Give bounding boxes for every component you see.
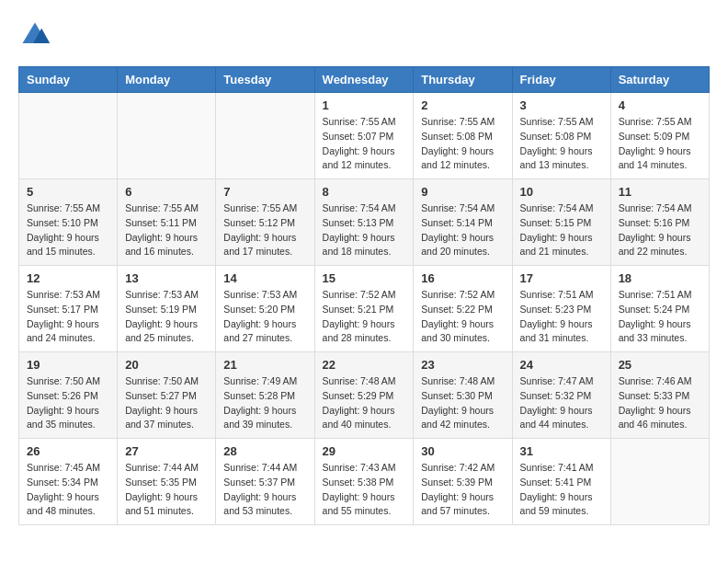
day-number: 4 — [619, 98, 701, 112]
day-info: Sunrise: 7:50 AMSunset: 5:27 PMDaylight:… — [125, 374, 208, 432]
day-info: Sunrise: 7:47 AMSunset: 5:32 PMDaylight:… — [520, 374, 603, 432]
day-number: 27 — [125, 444, 208, 458]
day-info: Sunrise: 7:54 AMSunset: 5:14 PMDaylight:… — [421, 201, 504, 259]
calendar-cell: 21Sunrise: 7:49 AMSunset: 5:28 PMDayligh… — [216, 352, 314, 439]
day-info: Sunrise: 7:44 AMSunset: 5:35 PMDaylight:… — [125, 461, 208, 519]
day-info: Sunrise: 7:53 AMSunset: 5:19 PMDaylight:… — [125, 288, 208, 346]
day-number: 2 — [421, 98, 504, 112]
calendar-cell: 18Sunrise: 7:51 AMSunset: 5:24 PMDayligh… — [610, 266, 709, 352]
day-number: 17 — [520, 271, 603, 285]
day-number: 31 — [520, 444, 603, 458]
calendar-cell: 30Sunrise: 7:42 AMSunset: 5:39 PMDayligh… — [414, 439, 512, 525]
calendar-cell: 29Sunrise: 7:43 AMSunset: 5:38 PMDayligh… — [314, 439, 414, 525]
day-number: 7 — [223, 185, 306, 199]
day-number: 21 — [223, 358, 306, 372]
weekday-header-thursday: Thursday — [414, 67, 512, 93]
page-header — [18, 18, 710, 52]
calendar-cell: 9Sunrise: 7:54 AMSunset: 5:14 PMDaylight… — [414, 179, 512, 266]
calendar-table: SundayMondayTuesdayWednesdayThursdayFrid… — [18, 66, 710, 525]
calendar-cell: 23Sunrise: 7:48 AMSunset: 5:30 PMDayligh… — [414, 352, 512, 439]
calendar-cell: 13Sunrise: 7:53 AMSunset: 5:19 PMDayligh… — [118, 266, 216, 352]
day-info: Sunrise: 7:49 AMSunset: 5:28 PMDaylight:… — [223, 374, 306, 432]
day-number: 25 — [619, 358, 701, 372]
day-number: 3 — [520, 98, 603, 112]
day-info: Sunrise: 7:54 AMSunset: 5:16 PMDaylight:… — [619, 201, 701, 259]
calendar-cell: 2Sunrise: 7:55 AMSunset: 5:08 PMDaylight… — [414, 93, 512, 179]
calendar-cell — [216, 93, 314, 179]
day-number: 11 — [619, 185, 701, 199]
calendar-cell: 25Sunrise: 7:46 AMSunset: 5:33 PMDayligh… — [610, 352, 709, 439]
weekday-header-sunday: Sunday — [19, 67, 118, 93]
calendar-cell: 22Sunrise: 7:48 AMSunset: 5:29 PMDayligh… — [314, 352, 414, 439]
calendar-cell: 20Sunrise: 7:50 AMSunset: 5:27 PMDayligh… — [118, 352, 216, 439]
day-number: 12 — [27, 271, 109, 285]
calendar-week-row: 1Sunrise: 7:55 AMSunset: 5:07 PMDaylight… — [19, 93, 710, 179]
calendar-week-row: 26Sunrise: 7:45 AMSunset: 5:34 PMDayligh… — [19, 439, 710, 525]
calendar-cell: 24Sunrise: 7:47 AMSunset: 5:32 PMDayligh… — [512, 352, 610, 439]
calendar-cell: 5Sunrise: 7:55 AMSunset: 5:10 PMDaylight… — [19, 179, 118, 266]
day-number: 14 — [223, 271, 306, 285]
calendar-cell: 15Sunrise: 7:52 AMSunset: 5:21 PMDayligh… — [314, 266, 414, 352]
day-number: 5 — [27, 185, 109, 199]
calendar-cell: 8Sunrise: 7:54 AMSunset: 5:13 PMDaylight… — [314, 179, 414, 266]
calendar-week-row: 5Sunrise: 7:55 AMSunset: 5:10 PMDaylight… — [19, 179, 710, 266]
day-info: Sunrise: 7:55 AMSunset: 5:08 PMDaylight:… — [520, 115, 603, 173]
calendar-cell: 1Sunrise: 7:55 AMSunset: 5:07 PMDaylight… — [314, 93, 414, 179]
calendar-cell: 14Sunrise: 7:53 AMSunset: 5:20 PMDayligh… — [216, 266, 314, 352]
calendar-header-row: SundayMondayTuesdayWednesdayThursdayFrid… — [19, 67, 710, 93]
day-number: 13 — [125, 271, 208, 285]
day-number: 18 — [619, 271, 701, 285]
day-number: 30 — [421, 444, 504, 458]
calendar-cell — [118, 93, 216, 179]
day-info: Sunrise: 7:48 AMSunset: 5:29 PMDaylight:… — [323, 374, 406, 432]
calendar-cell: 10Sunrise: 7:54 AMSunset: 5:15 PMDayligh… — [512, 179, 610, 266]
calendar-cell: 12Sunrise: 7:53 AMSunset: 5:17 PMDayligh… — [19, 266, 118, 352]
day-number: 20 — [125, 358, 208, 372]
day-info: Sunrise: 7:43 AMSunset: 5:38 PMDaylight:… — [323, 461, 406, 519]
day-number: 10 — [520, 185, 603, 199]
day-number: 16 — [421, 271, 504, 285]
calendar-week-row: 12Sunrise: 7:53 AMSunset: 5:17 PMDayligh… — [19, 266, 710, 352]
day-info: Sunrise: 7:51 AMSunset: 5:24 PMDaylight:… — [619, 288, 701, 346]
day-info: Sunrise: 7:55 AMSunset: 5:10 PMDaylight:… — [27, 201, 109, 259]
day-number: 23 — [421, 358, 504, 372]
weekday-header-saturday: Saturday — [610, 67, 709, 93]
day-info: Sunrise: 7:41 AMSunset: 5:41 PMDaylight:… — [520, 461, 603, 519]
weekday-header-wednesday: Wednesday — [314, 67, 414, 93]
day-info: Sunrise: 7:42 AMSunset: 5:39 PMDaylight:… — [421, 461, 504, 519]
weekday-header-monday: Monday — [118, 67, 216, 93]
calendar-cell: 28Sunrise: 7:44 AMSunset: 5:37 PMDayligh… — [216, 439, 314, 525]
day-number: 29 — [323, 444, 406, 458]
day-number: 8 — [323, 185, 406, 199]
calendar-cell: 4Sunrise: 7:55 AMSunset: 5:09 PMDaylight… — [610, 93, 709, 179]
calendar-cell: 19Sunrise: 7:50 AMSunset: 5:26 PMDayligh… — [19, 352, 118, 439]
day-info: Sunrise: 7:48 AMSunset: 5:30 PMDaylight:… — [421, 374, 504, 432]
day-info: Sunrise: 7:45 AMSunset: 5:34 PMDaylight:… — [27, 461, 109, 519]
calendar-cell: 26Sunrise: 7:45 AMSunset: 5:34 PMDayligh… — [19, 439, 118, 525]
day-info: Sunrise: 7:55 AMSunset: 5:08 PMDaylight:… — [421, 115, 504, 173]
calendar-cell: 6Sunrise: 7:55 AMSunset: 5:11 PMDaylight… — [118, 179, 216, 266]
calendar-cell: 7Sunrise: 7:55 AMSunset: 5:12 PMDaylight… — [216, 179, 314, 266]
day-info: Sunrise: 7:50 AMSunset: 5:26 PMDaylight:… — [27, 374, 109, 432]
day-number: 22 — [323, 358, 406, 372]
day-info: Sunrise: 7:53 AMSunset: 5:20 PMDaylight:… — [223, 288, 306, 346]
day-info: Sunrise: 7:53 AMSunset: 5:17 PMDaylight:… — [27, 288, 109, 346]
logo-icon — [18, 18, 51, 52]
day-info: Sunrise: 7:55 AMSunset: 5:07 PMDaylight:… — [323, 115, 406, 173]
calendar-cell: 27Sunrise: 7:44 AMSunset: 5:35 PMDayligh… — [118, 439, 216, 525]
weekday-header-friday: Friday — [512, 67, 610, 93]
calendar-cell: 3Sunrise: 7:55 AMSunset: 5:08 PMDaylight… — [512, 93, 610, 179]
day-info: Sunrise: 7:52 AMSunset: 5:22 PMDaylight:… — [421, 288, 504, 346]
day-number: 19 — [27, 358, 109, 372]
day-info: Sunrise: 7:46 AMSunset: 5:33 PMDaylight:… — [619, 374, 701, 432]
day-info: Sunrise: 7:44 AMSunset: 5:37 PMDaylight:… — [223, 461, 306, 519]
calendar-cell: 16Sunrise: 7:52 AMSunset: 5:22 PMDayligh… — [414, 266, 512, 352]
day-number: 9 — [421, 185, 504, 199]
day-number: 1 — [323, 98, 406, 112]
day-info: Sunrise: 7:52 AMSunset: 5:21 PMDaylight:… — [323, 288, 406, 346]
weekday-header-tuesday: Tuesday — [216, 67, 314, 93]
day-number: 26 — [27, 444, 109, 458]
day-number: 24 — [520, 358, 603, 372]
day-info: Sunrise: 7:54 AMSunset: 5:15 PMDaylight:… — [520, 201, 603, 259]
day-info: Sunrise: 7:54 AMSunset: 5:13 PMDaylight:… — [323, 201, 406, 259]
